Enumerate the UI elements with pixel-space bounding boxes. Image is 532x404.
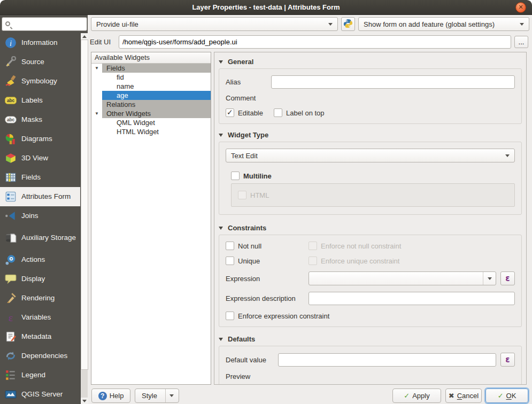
titlebar[interactable]: Layer Properties - test-data | Attribute… <box>0 0 532 15</box>
search-input[interactable] <box>12 20 84 29</box>
sidebar-item-information[interactable]: iInformation <box>0 33 80 52</box>
sidebar-item-joins[interactable]: Joins <box>0 206 80 226</box>
section-header-constraints[interactable]: Constraints <box>218 224 523 232</box>
edit-ui-path-input[interactable] <box>119 35 511 49</box>
sidebar-item-label: Actions <box>21 255 45 264</box>
sidebar-item-source[interactable]: Source <box>0 52 80 72</box>
expand-arrow-icon[interactable]: ▼ <box>91 64 102 73</box>
window-title: Layer Properties - test-data | Attribute… <box>0 0 532 14</box>
cross-icon <box>449 392 454 400</box>
sidebar-item-label: Labels <box>21 96 43 105</box>
tree-item-fid[interactable]: fid <box>91 73 211 82</box>
metadata-icon <box>4 330 17 343</box>
widget-tree-body: ▼FieldsfidnameageRelations▼Other Widgets… <box>91 64 211 136</box>
symbology-icon <box>4 75 17 88</box>
sidebar-item-actions[interactable]: Actions <box>0 250 80 269</box>
unique-checkbox[interactable] <box>226 257 234 265</box>
section-header-defaults[interactable]: Defaults <box>218 335 523 343</box>
python-init-button[interactable] <box>341 17 355 31</box>
tree-item-other-widgets[interactable]: ▼Other Widgets <box>91 109 211 118</box>
tree-indent-spacer <box>91 91 102 100</box>
label-on-top-checkbox[interactable] <box>274 108 282 117</box>
sidebar-item-rendering[interactable]: Rendering <box>0 289 80 308</box>
tree-item-fields[interactable]: ▼Fields <box>91 64 211 73</box>
sidebar-item-masks[interactable]: abcMasks <box>0 110 80 129</box>
scroll-down-icon[interactable] <box>81 398 88 404</box>
html-option-frame: HTML <box>231 183 515 207</box>
sidebar-item-metadata[interactable]: Metadata <box>0 327 80 346</box>
cancel-button[interactable]: Cancel <box>445 389 482 403</box>
default-expression-builder-button[interactable]: ε <box>500 353 515 367</box>
scrollbar-thumb[interactable] <box>81 40 88 370</box>
chevron-down-icon[interactable] <box>165 389 178 402</box>
tree-item-name[interactable]: name <box>91 82 211 91</box>
tree-indent-spacer <box>91 127 102 136</box>
sidebar-item-diagrams[interactable]: Diagrams <box>0 129 80 149</box>
sidebar-item-label: Symbology <box>21 77 57 86</box>
sidebar-item-fields[interactable]: Fields <box>0 168 80 187</box>
sidebar-item-auxiliary-storage[interactable]: Auxiliary Storage <box>0 226 80 250</box>
general-group: Alias Comment Editable Label on top <box>219 68 522 124</box>
sidebar-item-qgis-server[interactable]: QGIS Server <box>0 385 80 404</box>
expand-arrow-icon[interactable]: ▼ <box>91 109 102 118</box>
sidebar-item-3d-view[interactable]: 3D View <box>0 149 80 168</box>
sidebar-item-labels[interactable]: abcLabels <box>0 91 80 110</box>
default-value-input[interactable] <box>278 353 496 367</box>
section-header-general[interactable]: General <box>218 58 523 66</box>
sidebar-item-label: Source <box>21 58 44 66</box>
tree-item-html-widget[interactable]: HTML Widget <box>91 127 211 136</box>
sidebar-item-symbology[interactable]: Symbology <box>0 72 80 91</box>
sidebar-item-attributes-form[interactable]: Attributes Form <box>0 187 80 206</box>
tree-item-relations[interactable]: Relations <box>91 100 211 109</box>
expression-builder-button[interactable]: ε <box>500 271 515 285</box>
enforce-unique-label: Enforce unique constraint <box>321 257 399 265</box>
enforce-expression-checkbox[interactable] <box>226 312 234 320</box>
multiline-checkbox[interactable] <box>231 172 240 180</box>
tree-item-label: Other Widgets <box>102 109 211 118</box>
auxiliary-storage-icon <box>4 231 17 244</box>
svg-text:abc: abc <box>7 98 15 103</box>
sidebar-item-label: QGIS Server <box>21 390 63 399</box>
expression-description-input[interactable] <box>309 292 515 305</box>
section-header-widget-type[interactable]: Widget Type <box>218 131 523 139</box>
form-mode-select[interactable]: Provide ui-file <box>91 17 338 31</box>
sidebar-item-display[interactable]: Display <box>0 269 80 289</box>
expression-description-label: Expression description <box>226 294 309 302</box>
style-button-label: Style <box>136 392 163 400</box>
sidebar-item-dependencies[interactable]: Dependencies <box>0 346 80 366</box>
editable-label: Editable <box>238 109 263 117</box>
sidebar-item-label: Metadata <box>21 332 51 341</box>
alias-input[interactable] <box>271 75 515 89</box>
not-null-checkbox[interactable] <box>226 242 234 250</box>
qgis-server-icon <box>4 388 17 401</box>
ok-button[interactable]: OK <box>485 389 528 403</box>
style-button[interactable]: Style <box>135 389 179 403</box>
sidebar-item-legend[interactable]: Legend <box>0 366 80 385</box>
sidebar-item-label: Variables <box>21 313 51 322</box>
editable-checkbox[interactable] <box>226 108 234 117</box>
search-box[interactable] <box>2 17 87 31</box>
widget-type-value: Text Edit <box>231 152 258 160</box>
tree-item-qml-widget[interactable]: QML Widget <box>91 118 211 127</box>
sidebar-scrollbar[interactable] <box>80 33 88 404</box>
chevron-down-icon[interactable] <box>483 272 496 285</box>
form-mode-value: Provide ui-file <box>96 20 138 28</box>
sidebar-item-label: Dependencies <box>21 352 67 360</box>
form-open-behavior-select[interactable]: Show form on add feature (global setting… <box>358 17 529 31</box>
expression-combo[interactable] <box>309 271 496 285</box>
sidebar-item-variables[interactable]: εVariables <box>0 308 80 327</box>
widget-type-select[interactable]: Text Edit <box>226 149 515 162</box>
close-icon[interactable] <box>515 2 526 13</box>
help-button[interactable]: Help <box>91 389 130 403</box>
apply-button[interactable]: Apply <box>392 389 441 403</box>
ok-button-label: OK <box>506 392 516 400</box>
enforce-not-null-label: Enforce not null constraint <box>321 242 401 250</box>
browse-ui-file-button[interactable]: ... <box>514 36 528 48</box>
sidebar-item-label: Diagrams <box>21 135 52 143</box>
search-icon <box>5 21 10 26</box>
joins-icon <box>4 209 17 222</box>
tree-item-age[interactable]: age <box>91 91 211 100</box>
scroll-up-icon[interactable] <box>81 33 88 40</box>
tree-item-label: fid <box>102 73 211 82</box>
chevron-down-icon <box>328 23 333 26</box>
